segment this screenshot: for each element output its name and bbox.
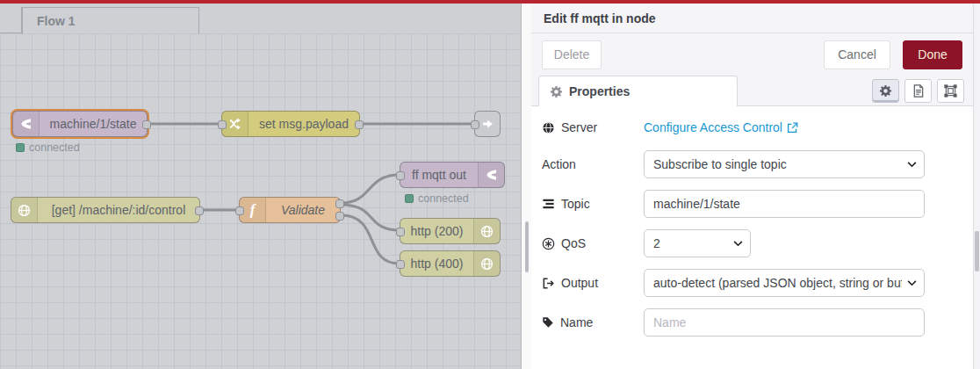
- output-select[interactable]: auto-detect (parsed JSON object, string …: [644, 269, 925, 297]
- node-mqtt-in[interactable]: machine/1/state: [12, 111, 148, 137]
- output-port-1[interactable]: [335, 199, 344, 208]
- external-link-icon: [787, 122, 798, 134]
- done-button[interactable]: Done: [903, 40, 962, 69]
- edit-panel: Edit ff mqtt in node Delete Cancel Done …: [531, 4, 973, 369]
- node-status: connected: [16, 141, 80, 154]
- topic-input[interactable]: [644, 190, 925, 218]
- canvas-panel-divider[interactable]: [521, 4, 531, 369]
- node-link-out[interactable]: [474, 111, 501, 137]
- globe-icon: [473, 219, 500, 243]
- node-http-response-200[interactable]: http (200): [400, 218, 501, 244]
- flow-tab-bar: Flow 1: [0, 4, 521, 33]
- qos-select[interactable]: 2: [644, 229, 751, 257]
- action-row: Action Subscribe to single topic: [542, 150, 962, 178]
- output-port[interactable]: [355, 120, 364, 129]
- gear-icon: [550, 85, 563, 98]
- panel-scrollbar[interactable]: [973, 4, 980, 369]
- node-label: http (400): [400, 251, 473, 276]
- flow-tab-label: Flow 1: [37, 14, 76, 28]
- node-http-response-400[interactable]: http (400): [400, 250, 501, 277]
- panel-scrollbar-thumb[interactable]: [975, 231, 979, 271]
- node-label: [get] /machine/:id/control: [38, 198, 199, 222]
- node-function[interactable]: f Validate: [239, 197, 341, 223]
- configure-access-control-link[interactable]: Configure Access Control: [644, 120, 798, 134]
- input-port[interactable]: [235, 206, 244, 215]
- chevron-down-icon: [733, 241, 743, 247]
- globe-icon: [473, 251, 500, 276]
- status-dot: [16, 143, 25, 152]
- node-label: Validate: [266, 198, 340, 222]
- tag-icon: [542, 316, 554, 329]
- output-row: Output auto-detect (parsed JSON object, …: [542, 269, 962, 297]
- input-port[interactable]: [396, 171, 405, 180]
- node-label: http (200): [400, 219, 473, 243]
- output-label: Output: [542, 276, 644, 290]
- cancel-button[interactable]: Cancel: [824, 40, 890, 69]
- input-port[interactable]: [471, 120, 479, 129]
- mqtt-icon: [478, 163, 504, 187]
- tab-properties[interactable]: Properties: [538, 76, 738, 106]
- name-input[interactable]: [644, 308, 925, 336]
- name-label: Name: [542, 315, 644, 329]
- edit-panel-header: Edit ff mqtt in node: [531, 4, 973, 33]
- globe-icon: [542, 121, 555, 134]
- server-label: Server: [542, 120, 644, 134]
- output-port-2[interactable]: [335, 212, 344, 221]
- properties-tab-label: Properties: [569, 84, 630, 98]
- document-icon: [912, 84, 925, 98]
- node-status: connected: [405, 192, 469, 205]
- qos-row: QoS 2: [542, 229, 962, 257]
- qos-icon: [542, 237, 555, 250]
- chevron-down-icon: [907, 280, 917, 286]
- qos-label: QoS: [542, 236, 644, 250]
- edit-toolbar: Delete Cancel Done: [531, 33, 973, 76]
- action-select[interactable]: Subscribe to single topic: [644, 150, 925, 178]
- edit-tab-buttons: [872, 79, 964, 103]
- output-port[interactable]: [142, 120, 151, 129]
- edit-panel-title: Edit ff mqtt in node: [544, 11, 656, 25]
- description-tab-button[interactable]: [904, 79, 932, 103]
- server-row: Server Configure Access Control: [542, 117, 962, 138]
- input-port[interactable]: [396, 228, 405, 236]
- node-mqtt-out[interactable]: ff mqtt out: [400, 162, 505, 188]
- edit-tab-row: Properties: [531, 76, 973, 106]
- appearance-icon: [944, 84, 957, 98]
- output-port[interactable]: [195, 206, 204, 215]
- input-port[interactable]: [218, 120, 227, 129]
- input-port[interactable]: [396, 260, 405, 269]
- status-label: connected: [418, 192, 469, 205]
- globe-icon: [11, 198, 38, 222]
- topic-row: Topic: [542, 190, 962, 218]
- topic-label: Topic: [542, 197, 644, 211]
- delete-button[interactable]: Delete: [542, 40, 602, 69]
- node-change[interactable]: set msg.payload: [221, 111, 360, 137]
- gear-icon: [879, 84, 892, 98]
- status-label: connected: [29, 141, 80, 154]
- tab-flow-1[interactable]: Flow 1: [22, 7, 199, 34]
- node-http-in[interactable]: [get] /machine/:id/control: [11, 197, 200, 223]
- node-label: machine/1/state: [40, 112, 147, 136]
- status-dot: [405, 194, 414, 203]
- mqtt-icon: [13, 112, 40, 136]
- chevron-down-icon: [907, 162, 917, 168]
- topic-list-icon: [542, 198, 555, 210]
- appearance-tab-button[interactable]: [937, 79, 964, 103]
- canvas-scrollbar-thumb[interactable]: [525, 221, 529, 272]
- properties-tab-button[interactable]: [872, 79, 899, 103]
- action-label: Action: [542, 157, 644, 171]
- properties-form: Server Configure Access Control Action S…: [531, 106, 973, 336]
- sign-out-icon: [542, 277, 555, 290]
- node-label: ff mqtt out: [400, 163, 478, 187]
- name-row: Name: [542, 308, 962, 336]
- flow-canvas[interactable]: Flow 1 machine/1/state connected set msg…: [0, 4, 521, 369]
- node-label: set msg.payload: [249, 112, 359, 136]
- tab-bar-edge: [0, 7, 22, 33]
